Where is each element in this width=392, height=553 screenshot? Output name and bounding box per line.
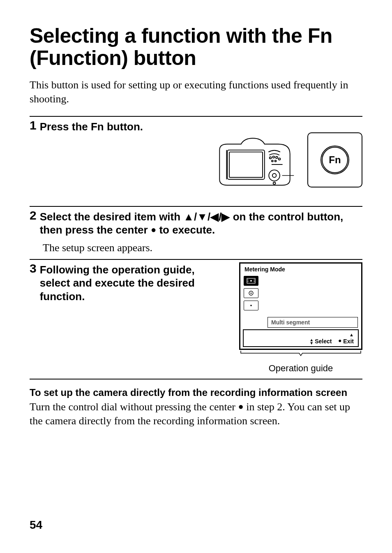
divider	[30, 379, 362, 379]
intro-text: This button is used for setting up or ex…	[30, 78, 362, 106]
screen-selected-value: Multi segment	[267, 317, 358, 328]
metering-center-icon	[244, 288, 258, 298]
page: Selecting a function with the Fn (Functi…	[0, 0, 392, 553]
screen-guide-bar: ▲ ▲▼Select ● Exit	[243, 329, 359, 347]
step-heading: Following the operation guide, select an…	[40, 263, 227, 303]
step-number: 1	[30, 119, 37, 132]
step-number: 3	[30, 262, 37, 275]
bracket-icon	[239, 350, 362, 357]
svg-point-8	[279, 158, 281, 160]
sub-body: Turn the control dial without pressing t…	[30, 400, 362, 428]
operation-guide-caption: Operation guide	[239, 363, 362, 374]
metering-spot-icon	[244, 301, 258, 310]
svg-point-13	[250, 280, 252, 282]
screen-title: Metering Mode	[243, 265, 359, 275]
updown-icon: ▲▼	[309, 338, 314, 345]
svg-rect-0	[227, 150, 264, 179]
step-1: 1 Press the Fn button. Fn	[30, 117, 362, 206]
svg-point-5	[270, 157, 272, 159]
sub-heading: To set up the camera directly from the r…	[30, 387, 362, 398]
page-number: 54	[30, 518, 42, 532]
svg-point-9	[272, 160, 273, 162]
svg-point-4	[273, 182, 276, 185]
svg-point-10	[275, 160, 277, 162]
lcd-screen-figure: Metering Mode Multi segment	[239, 262, 362, 374]
page-title: Selecting a function with the Fn (Functi…	[30, 25, 362, 69]
step-3: 3 Following the operation guide, select …	[30, 260, 362, 379]
svg-point-20	[250, 305, 252, 306]
camera-illustration	[214, 132, 296, 191]
dot-icon: ●	[338, 337, 341, 344]
updown-icon: ▲	[349, 332, 354, 337]
guide-select-label: Select	[315, 338, 332, 345]
arrow-keys-icon: ▲/▼/◀/▶	[183, 211, 230, 223]
screen-options	[243, 275, 359, 315]
guide-exit-label: Exit	[343, 338, 354, 345]
step-heading: Press the Fn button.	[40, 120, 143, 134]
svg-point-6	[272, 156, 274, 158]
svg-point-2	[269, 170, 280, 181]
step-number: 2	[30, 209, 37, 222]
center-dot-icon: ●	[238, 401, 243, 412]
fn-button-callout: Fn	[307, 132, 362, 187]
svg-point-7	[276, 157, 278, 159]
svg-point-3	[272, 174, 277, 178]
step-body: The setup screen appears.	[43, 242, 362, 254]
metering-multi-icon	[244, 276, 258, 286]
step-2: 2 Select the desired item with ▲/▼/◀/▶ o…	[30, 207, 362, 259]
svg-rect-1	[229, 152, 263, 178]
svg-point-19	[250, 292, 251, 294]
lcd-screen: Metering Mode Multi segment	[239, 262, 362, 350]
center-dot-icon: ●	[151, 224, 156, 235]
step-heading: Select the desired item with ▲/▼/◀/▶ on …	[40, 210, 362, 237]
step-1-figures: Fn	[30, 132, 362, 191]
fn-label: Fn	[329, 154, 341, 166]
fn-button-icon: Fn	[321, 146, 349, 174]
